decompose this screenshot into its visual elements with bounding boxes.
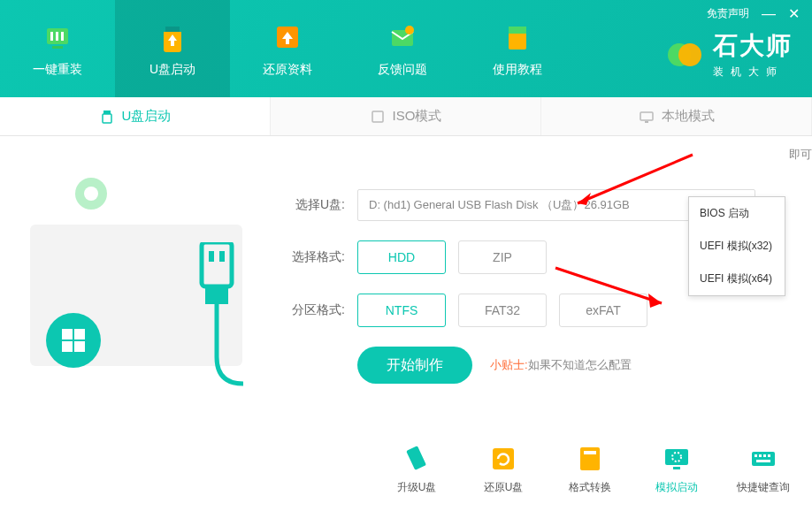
svg-rect-25	[219, 251, 225, 262]
format-label: 选择格式:	[283, 249, 345, 265]
format-options: HDD ZIP	[357, 240, 547, 274]
tab-reinstall[interactable]: 一键重装	[0, 0, 115, 97]
form-panel: 选择U盘: D: (hd1) General USB Flash Disk （U…	[265, 136, 812, 511]
svg-rect-33	[673, 467, 680, 469]
tab-usb-boot[interactable]: U盘启动	[115, 0, 230, 97]
close-button[interactable]: ✕	[788, 5, 800, 22]
svg-rect-38	[768, 454, 770, 457]
svg-rect-23	[202, 242, 232, 286]
svg-rect-13	[103, 114, 111, 123]
feedback-icon	[385, 19, 420, 55]
svg-rect-31	[665, 449, 688, 465]
logo-icon	[665, 35, 704, 74]
action-restore-usb[interactable]: 还原U盘	[472, 443, 534, 495]
subtab-label: ISO模式	[393, 108, 442, 125]
disclaimer-link[interactable]: 免责声明	[707, 6, 749, 21]
partition-row: 分区格式: NTFS FAT32 exFAT	[283, 294, 777, 327]
action-row: 开始制作 小贴士:如果不知道怎么配置 即可	[283, 347, 777, 384]
start-button[interactable]: 开始制作	[357, 347, 472, 384]
tip-body: 如果不知道怎么配置	[528, 358, 632, 371]
tab-tutorial[interactable]: 使用教程	[460, 0, 575, 97]
svg-rect-22	[74, 341, 85, 352]
tip-text: 小贴士:如果不知道怎么配置	[490, 357, 632, 373]
hotkey-icon	[747, 443, 779, 475]
subtab-iso[interactable]: ISO模式	[271, 97, 541, 135]
svg-rect-21	[62, 341, 73, 352]
svg-rect-4	[52, 46, 63, 49]
subtab-label: U盘启动	[122, 108, 172, 125]
svg-rect-24	[209, 251, 214, 262]
menu-item-uefi-x32[interactable]: UEFI 模拟(x32)	[689, 230, 785, 263]
svg-rect-39	[756, 460, 770, 462]
menu-item-uefi-x64[interactable]: UEFI 模拟(x64)	[689, 263, 785, 295]
usb-cable-icon	[186, 242, 248, 428]
disk-value: D: (hd1) General USB Flash Disk （U盘）26.9…	[369, 197, 630, 213]
action-label: 格式转换	[569, 480, 611, 495]
header-bar: 一键重装 U盘启动 还原资料 反馈问题 使用教程	[0, 0, 812, 97]
partition-label: 分区格式:	[283, 302, 345, 318]
iso-icon	[370, 109, 386, 125]
action-hotkey-query[interactable]: 快捷键查询	[732, 443, 794, 495]
svg-point-18	[84, 187, 98, 201]
action-format-convert[interactable]: 格式转换	[559, 443, 621, 495]
format-option-hdd[interactable]: HDD	[357, 240, 446, 274]
svg-rect-2	[56, 32, 58, 41]
reinstall-icon	[40, 19, 75, 55]
usb-icon	[99, 109, 115, 125]
action-simulate-boot[interactable]: 模拟启动	[646, 443, 708, 495]
svg-rect-9	[509, 27, 526, 34]
tab-label: 一键重装	[33, 62, 82, 78]
action-label: 升级U盘	[397, 480, 437, 495]
partition-option-exfat[interactable]: exFAT	[559, 294, 647, 327]
svg-rect-15	[640, 112, 653, 120]
tutorial-icon	[500, 19, 535, 55]
tab-label: 反馈问题	[378, 62, 427, 78]
sub-tabs: U盘启动 ISO模式 本地模式	[0, 97, 812, 136]
svg-rect-19	[62, 329, 73, 339]
window-controls: 免责声明 — ✕	[707, 5, 800, 22]
header-right: 免责声明 — ✕ 石大师 装机大师	[665, 0, 812, 97]
subtab-label: 本地模式	[662, 108, 715, 125]
logo-area: 石大师 装机大师	[665, 29, 800, 80]
minimize-button[interactable]: —	[762, 6, 776, 22]
svg-rect-37	[763, 454, 766, 457]
svg-rect-27	[406, 446, 426, 470]
svg-rect-28	[493, 448, 514, 469]
tip-suffix: 即可	[789, 147, 812, 163]
simulate-boot-menu: BIOS 启动 UEFI 模拟(x32) UEFI 模拟(x64)	[688, 196, 785, 296]
svg-rect-20	[74, 329, 85, 339]
header-tabs: 一键重装 U盘启动 还原资料 反馈问题 使用教程	[0, 0, 575, 97]
action-upgrade-usb[interactable]: 升级U盘	[386, 443, 448, 495]
format-option-zip[interactable]: ZIP	[458, 240, 547, 274]
tab-label: 还原资料	[263, 62, 312, 78]
logo-subtitle: 装机大师	[713, 65, 793, 80]
svg-rect-36	[759, 454, 762, 457]
partition-options: NTFS FAT32 exFAT	[357, 294, 647, 327]
restore-usb-icon	[487, 443, 519, 475]
action-label: 模拟启动	[655, 480, 698, 495]
illustration-panel	[0, 136, 265, 511]
partition-option-fat32[interactable]: FAT32	[458, 294, 547, 327]
disk-label: 选择U盘:	[283, 197, 345, 213]
restore-icon	[270, 19, 305, 55]
menu-item-bios[interactable]: BIOS 启动	[689, 197, 785, 230]
upgrade-usb-icon	[401, 443, 433, 475]
svg-point-11	[678, 43, 701, 66]
svg-rect-26	[205, 286, 228, 304]
subtab-local[interactable]: 本地模式	[541, 97, 812, 135]
logo-title: 石大师	[713, 29, 793, 63]
local-icon	[639, 109, 655, 125]
main-area: 选择U盘: D: (hd1) General USB Flash Disk （U…	[0, 136, 812, 511]
tab-restore[interactable]: 还原资料	[230, 0, 345, 97]
svg-rect-35	[755, 454, 757, 457]
tab-feedback[interactable]: 反馈问题	[345, 0, 460, 97]
usb-boot-icon	[155, 19, 190, 55]
simulate-boot-icon	[661, 443, 693, 475]
tip-label: 小贴士:	[490, 358, 528, 371]
bottom-actions: 升级U盘 还原U盘 格式转换 模拟启动 快捷键查询	[386, 443, 794, 495]
svg-point-7	[405, 26, 414, 34]
svg-rect-14	[372, 111, 383, 122]
gear-deco-icon	[69, 172, 113, 216]
subtab-usb[interactable]: U盘启动	[0, 97, 271, 135]
partition-option-ntfs[interactable]: NTFS	[357, 294, 446, 327]
